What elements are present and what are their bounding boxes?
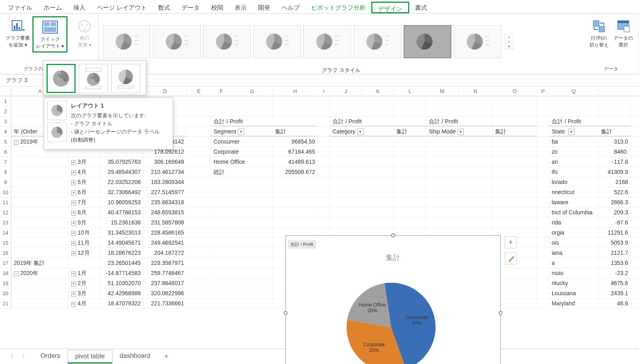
ribbon-tab[interactable]: デザイン xyxy=(371,2,409,13)
row-header[interactable]: 12 xyxy=(0,207,11,217)
column-header[interactable]: N xyxy=(459,87,493,96)
select-data-button[interactable]: データの 選択 xyxy=(611,16,635,50)
chart-style-thumb[interactable] xyxy=(103,25,150,58)
chart-style-thumb[interactable] xyxy=(454,25,501,58)
row-header[interactable]: 4 xyxy=(0,127,11,136)
sheet-tab[interactable]: Orders xyxy=(33,350,68,364)
row-header[interactable]: 10 xyxy=(0,187,11,197)
expand-icon[interactable]: + xyxy=(71,281,76,286)
ribbon-tab[interactable]: 表示 xyxy=(229,2,252,13)
svg-rect-2 xyxy=(16,23,18,30)
svg-rect-45 xyxy=(593,21,599,26)
row-header[interactable]: 11 xyxy=(0,197,11,207)
column-header[interactable]: Q xyxy=(549,87,599,96)
dropdown-icon[interactable]: ▼ xyxy=(357,129,364,135)
dropdown-icon[interactable]: ▼ xyxy=(568,129,575,135)
row-header[interactable]: 6 xyxy=(0,147,11,157)
expand-icon[interactable]: − xyxy=(14,140,19,145)
change-colors-button[interactable]: 色の 変更 ▾ xyxy=(74,16,95,50)
column-header[interactable]: J xyxy=(330,87,362,96)
add-chart-element-button[interactable]: + グラフ要素 を追加 ▾ xyxy=(3,16,32,53)
ribbon-tab[interactable]: ホーム xyxy=(38,2,68,13)
row-header[interactable]: 13 xyxy=(0,218,11,227)
row-header[interactable]: 7 xyxy=(0,157,11,167)
expand-icon[interactable]: − xyxy=(14,271,19,276)
chart-style-thumb[interactable] xyxy=(404,25,451,58)
switch-row-col-button[interactable]: 行/列の 切り替え xyxy=(587,16,611,50)
expand-icon[interactable]: + xyxy=(71,231,76,236)
chart-style-thumb[interactable] xyxy=(153,25,201,58)
chart-style-thumb[interactable] xyxy=(303,25,351,58)
row-header[interactable]: 21 xyxy=(0,298,11,308)
row-header[interactable]: 16 xyxy=(0,248,11,258)
ribbon-tab[interactable]: 数式 xyxy=(152,2,176,13)
row-header[interactable]: 3 xyxy=(0,116,11,126)
column-header[interactable]: M xyxy=(426,87,459,96)
row-header[interactable]: 8 xyxy=(0,167,11,177)
ribbon-tab[interactable]: ページ レイアウト xyxy=(91,2,152,13)
row-header[interactable]: 5 xyxy=(0,137,11,146)
sheet-nav-prev[interactable]: 〈 xyxy=(4,352,17,361)
column-header[interactable]: F xyxy=(211,87,232,96)
quick-layout-option-3[interactable] xyxy=(111,64,140,93)
chart-plus-button[interactable]: + xyxy=(505,236,517,248)
row-header[interactable]: 19 xyxy=(0,278,11,288)
ribbon-tab[interactable]: 校閲 xyxy=(205,2,229,13)
expand-icon[interactable]: + xyxy=(71,292,76,296)
add-sheet-button[interactable]: + xyxy=(159,352,174,361)
ribbon-tab[interactable]: データ xyxy=(176,2,205,13)
row-header[interactable]: 20 xyxy=(0,288,11,298)
name-box[interactable]: グラフ 3 xyxy=(6,77,42,84)
ribbon-tab[interactable]: ピボットグラフ分析 xyxy=(305,2,371,13)
column-header[interactable]: D xyxy=(144,87,187,96)
column-header[interactable]: I xyxy=(318,87,330,96)
expand-icon[interactable]: + xyxy=(71,271,76,276)
column-header[interactable]: G xyxy=(232,87,273,96)
chart-field-tag[interactable]: 合計 / Profit xyxy=(288,241,315,248)
expand-icon[interactable]: + xyxy=(71,190,76,195)
column-header[interactable]: E xyxy=(187,87,211,96)
expand-icon[interactable]: + xyxy=(71,160,76,165)
chart-brush-button[interactable] xyxy=(505,252,517,265)
row-header[interactable]: 9 xyxy=(0,177,11,187)
sheet-nav-next[interactable]: 〉 xyxy=(19,352,32,361)
row-header[interactable]: 18 xyxy=(0,268,11,278)
expand-icon[interactable]: + xyxy=(71,170,76,175)
column-header[interactable]: K xyxy=(362,87,394,96)
row-header[interactable]: 1 xyxy=(0,96,11,106)
column-header[interactable]: P xyxy=(537,87,549,96)
ribbon-tab[interactable]: ファイル xyxy=(2,2,38,13)
quick-layout-button[interactable]: クイック レイアウト ▾ xyxy=(32,16,68,53)
dropdown-icon[interactable]: ▼ xyxy=(457,129,464,135)
expand-icon[interactable]: + xyxy=(71,201,76,205)
column-header[interactable]: H xyxy=(273,87,318,96)
svg-rect-1 xyxy=(14,25,15,30)
expand-icon[interactable]: + xyxy=(71,180,76,185)
sheet-tab[interactable]: dashboard xyxy=(112,350,158,364)
expand-icon[interactable]: + xyxy=(71,251,76,256)
chart-style-thumb[interactable] xyxy=(203,25,251,58)
ribbon-tab[interactable]: 挿入 xyxy=(68,2,91,13)
chart-style-thumb[interactable] xyxy=(253,25,301,58)
chart-style-thumb[interactable] xyxy=(353,25,401,58)
quick-layout-option-2[interactable]: %% xyxy=(79,64,108,93)
pivot-chart[interactable]: 合計 / Profit 集計 Consumer47%Corporate33%Ho… xyxy=(286,235,501,364)
expand-icon[interactable]: + xyxy=(71,302,76,307)
chart-styles-gallery[interactable]: ▵▿▾ xyxy=(99,14,584,67)
expand-icon[interactable]: + xyxy=(71,221,76,226)
row-header[interactable]: 2 xyxy=(0,106,11,116)
dropdown-icon[interactable]: ▼ xyxy=(238,129,244,135)
ribbon-tab[interactable]: 開発 xyxy=(252,2,276,13)
column-header[interactable]: L xyxy=(394,87,426,96)
row-header[interactable]: 14 xyxy=(0,228,11,237)
expand-icon[interactable]: + xyxy=(71,241,76,246)
column-header[interactable]: O xyxy=(493,87,537,96)
quick-layout-option-1[interactable]: %% xyxy=(47,64,76,93)
expand-icon[interactable]: + xyxy=(71,211,76,216)
chart-title[interactable]: 集計 xyxy=(286,253,500,262)
sheet-tab[interactable]: pivot table xyxy=(68,350,112,364)
ribbon-tab[interactable]: ヘルプ xyxy=(276,2,305,13)
row-header[interactable]: 15 xyxy=(0,238,11,248)
row-header[interactable]: 17 xyxy=(0,258,11,268)
ribbon-tab[interactable]: 書式 xyxy=(409,2,433,13)
